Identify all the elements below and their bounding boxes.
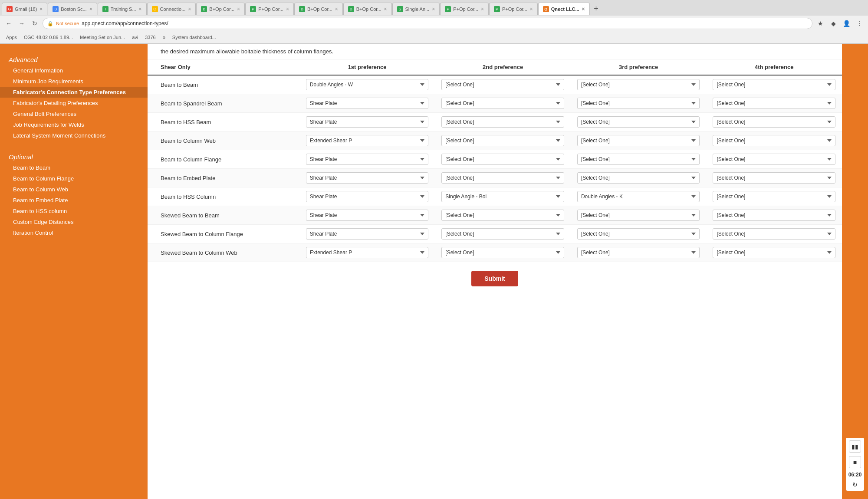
pref-select-6-1[interactable]: Single Angle - Bol[Select One]Shear Plat… bbox=[441, 191, 564, 202]
browser-tab-4[interactable]: BB+Op Cor...× bbox=[196, 3, 245, 15]
pref-select-5-0[interactable]: Shear Plate[Select One]Double Angles - W… bbox=[306, 172, 429, 184]
pref-select-7-0[interactable]: Shear Plate[Select One]Double Angles - W… bbox=[306, 210, 429, 221]
pause-button[interactable]: ▮▮ bbox=[849, 440, 861, 453]
sidebar-optional-item-3[interactable]: Beam to Embed Plate bbox=[0, 195, 148, 206]
row-label-9: Skewed Beam to Column Web bbox=[148, 243, 299, 262]
tab-close-5[interactable]: × bbox=[286, 6, 289, 12]
sidebar-optional-item-4[interactable]: Beam to HSS column bbox=[0, 206, 148, 217]
tab-close-2[interactable]: × bbox=[139, 6, 142, 12]
bookmark-item-2[interactable]: Meeting Set on Jun... bbox=[77, 34, 128, 41]
pref-select-1-2[interactable]: [Select One]Shear PlateDouble Angles - W… bbox=[577, 98, 700, 109]
bookmark-item-6[interactable]: System dashboard... bbox=[170, 34, 219, 41]
pref-select-0-0[interactable]: Double Angles - W[Select One]Shear Plate… bbox=[306, 79, 429, 90]
pref-select-6-0[interactable]: Shear Plate[Select One]Double Angles - W… bbox=[306, 191, 429, 202]
pref-select-4-1[interactable]: [Select One]Shear PlateDouble Angles - W… bbox=[441, 154, 564, 165]
profile-icon[interactable]: 👤 bbox=[841, 18, 852, 29]
tab-close-7[interactable]: × bbox=[384, 6, 387, 12]
sidebar-optional-item-2[interactable]: Beam to Column Web bbox=[0, 184, 148, 195]
stop-button[interactable]: ■ bbox=[849, 456, 861, 468]
bookmark-item-5[interactable]: o bbox=[160, 34, 168, 41]
browser-tab-8[interactable]: SSingle An...× bbox=[392, 3, 440, 15]
pref-select-4-3[interactable]: [Select One]Shear PlateDouble Angles - W… bbox=[713, 154, 835, 165]
pref-select-2-0[interactable]: Shear Plate[Select One]Double Angles - W… bbox=[306, 116, 429, 128]
pref-select-9-0[interactable]: Extended Shear P[Select One]Shear PlateD… bbox=[306, 247, 429, 258]
pref-select-1-1[interactable]: [Select One]Shear PlateDouble Angles - W… bbox=[441, 98, 564, 109]
browser-tab-3[interactable]: CConnectio...× bbox=[147, 3, 196, 15]
browser-tab-2[interactable]: TTraining S...× bbox=[98, 3, 147, 15]
sidebar-advanced-item-6[interactable]: Lateral System Moment Connections bbox=[0, 130, 148, 141]
pref-select-4-0[interactable]: Shear Plate[Select One]Double Angles - W… bbox=[306, 154, 429, 165]
sidebar-optional-item-6[interactable]: Iteration Control bbox=[0, 227, 148, 238]
tab-close-1[interactable]: × bbox=[89, 6, 92, 12]
browser-tab-9[interactable]: PP+Op Cor...× bbox=[440, 3, 489, 15]
back-button[interactable]: ← bbox=[3, 18, 14, 29]
forward-button[interactable]: → bbox=[16, 18, 27, 29]
new-tab-button[interactable]: + bbox=[590, 3, 602, 15]
sidebar-advanced-item-0[interactable]: General Information bbox=[0, 65, 148, 76]
browser-tab-0[interactable]: GGmail (18)× bbox=[2, 3, 47, 15]
sidebar-advanced-item-2[interactable]: Fabricator's Connection Type Preferences bbox=[0, 87, 148, 98]
pref-select-8-1[interactable]: [Select One]Shear PlateDouble Angles - W… bbox=[441, 228, 564, 240]
pref-select-0-2[interactable]: [Select One]Shear PlateDouble Angles - W… bbox=[577, 79, 700, 90]
sidebar-advanced-item-3[interactable]: Fabricator's Detailing Preferences bbox=[0, 98, 148, 108]
pref-select-9-1[interactable]: [Select One]Shear PlateDouble Angles - W… bbox=[441, 247, 564, 258]
submit-button[interactable]: Submit bbox=[471, 271, 518, 286]
pref-select-2-3[interactable]: [Select One]Shear PlateDouble Angles - W… bbox=[713, 116, 835, 128]
sidebar-advanced-item-4[interactable]: General Bolt Preferences bbox=[0, 108, 148, 119]
bookmark-item-4[interactable]: 3376 bbox=[142, 34, 158, 41]
sidebar-optional-item-1[interactable]: Beam to Column Flange bbox=[0, 173, 148, 184]
bookmark-item-3[interactable]: avi bbox=[129, 34, 141, 41]
pref-select-7-1[interactable]: [Select One]Shear PlateDouble Angles - W… bbox=[441, 210, 564, 221]
browser-tab-11[interactable]: QQnect LLC...× bbox=[538, 3, 590, 15]
bookmark-icon[interactable]: ★ bbox=[815, 18, 825, 29]
pref-select-8-0[interactable]: Shear Plate[Select One]Double Angles - W… bbox=[306, 228, 429, 240]
browser-tab-7[interactable]: BB+Op Cor...× bbox=[343, 3, 392, 15]
pref-cell-7-0: Shear Plate[Select One]Double Angles - W… bbox=[299, 206, 435, 225]
tab-close-3[interactable]: × bbox=[188, 6, 191, 12]
pref-select-0-3[interactable]: [Select One]Shear PlateDouble Angles - W… bbox=[713, 79, 835, 90]
pref-select-2-1[interactable]: [Select One]Shear PlateDouble Angles - W… bbox=[441, 116, 564, 128]
sidebar-advanced-item-1[interactable]: Minimum Job Requirements bbox=[0, 76, 148, 87]
pref-select-5-1[interactable]: [Select One]Shear PlateDouble Angles - W… bbox=[441, 172, 564, 184]
pref-select-1-3[interactable]: [Select One]Shear PlateDouble Angles - W… bbox=[713, 98, 835, 109]
pref-select-6-3[interactable]: [Select One]Shear PlateDouble Angles - W… bbox=[713, 191, 835, 202]
pref-select-2-2[interactable]: [Select One]Shear PlateDouble Angles - W… bbox=[577, 116, 700, 128]
tab-close-10[interactable]: × bbox=[530, 6, 533, 12]
pref-select-3-0[interactable]: Extended Shear P[Select One]Shear PlateD… bbox=[306, 135, 429, 146]
pref-select-3-2[interactable]: [Select One]Shear PlateDouble Angles - W… bbox=[577, 135, 700, 146]
pref-select-1-0[interactable]: Shear Plate[Select One]Double Angles - W… bbox=[306, 98, 429, 109]
pref-select-0-1[interactable]: [Select One]Shear PlateDouble Angles - W… bbox=[441, 79, 564, 90]
pref-select-7-3[interactable]: [Select One]Shear PlateDouble Angles - W… bbox=[713, 210, 835, 221]
pref-select-6-2[interactable]: Double Angles - K[Select One]Shear Plate… bbox=[577, 191, 700, 202]
browser-tab-5[interactable]: PP+Op Cor...× bbox=[245, 3, 294, 15]
sidebar-optional-item-5[interactable]: Custom Edge Distances bbox=[0, 217, 148, 227]
tab-close-9[interactable]: × bbox=[481, 6, 484, 12]
browser-tab-6[interactable]: BB+Op Cor...× bbox=[294, 3, 343, 15]
tab-close-6[interactable]: × bbox=[335, 6, 338, 12]
browser-tab-10[interactable]: PP+Op Cor...× bbox=[489, 3, 538, 15]
sidebar-optional-item-0[interactable]: Beam to Beam bbox=[0, 162, 148, 173]
pref-select-9-3[interactable]: [Select One]Shear PlateDouble Angles - W… bbox=[713, 247, 835, 258]
pref-select-4-2[interactable]: [Select One]Shear PlateDouble Angles - W… bbox=[577, 154, 700, 165]
pref-select-8-3[interactable]: [Select One]Shear PlateDouble Angles - W… bbox=[713, 228, 835, 240]
extensions-icon[interactable]: ◆ bbox=[828, 18, 838, 29]
bookmark-item-0[interactable]: Apps bbox=[3, 34, 20, 41]
tab-close-0[interactable]: × bbox=[39, 6, 43, 12]
pref-select-3-3[interactable]: [Select One]Shear PlateDouble Angles - W… bbox=[713, 135, 835, 146]
pref-select-5-3[interactable]: [Select One]Shear PlateDouble Angles - W… bbox=[713, 172, 835, 184]
pref-select-5-2[interactable]: [Select One]Shear PlateDouble Angles - W… bbox=[577, 172, 700, 184]
browser-tab-1[interactable]: BBoston Sc...× bbox=[48, 3, 97, 15]
tab-close-4[interactable]: × bbox=[237, 6, 240, 12]
pref-select-3-1[interactable]: [Select One]Shear PlateDouble Angles - W… bbox=[441, 135, 564, 146]
tab-close-8[interactable]: × bbox=[432, 6, 435, 12]
bookmark-item-1[interactable]: CGC 48.02 0.89 1.89... bbox=[21, 34, 76, 41]
menu-icon[interactable]: ⋮ bbox=[854, 18, 865, 29]
refresh-button[interactable]: ↻ bbox=[30, 18, 40, 29]
sidebar-advanced-item-5[interactable]: Job Requirements for Welds bbox=[0, 119, 148, 130]
pref-select-8-2[interactable]: [Select One]Shear PlateDouble Angles - W… bbox=[577, 228, 700, 240]
pref-select-9-2[interactable]: [Select One]Shear PlateDouble Angles - W… bbox=[577, 247, 700, 258]
tab-close-11[interactable]: × bbox=[582, 6, 585, 12]
timer-refresh-icon[interactable]: ↻ bbox=[852, 481, 858, 488]
address-box[interactable]: 🔒 Not secure app.qnect.com/app/connectio… bbox=[43, 18, 812, 29]
pref-select-7-2[interactable]: [Select One]Shear PlateDouble Angles - W… bbox=[577, 210, 700, 221]
